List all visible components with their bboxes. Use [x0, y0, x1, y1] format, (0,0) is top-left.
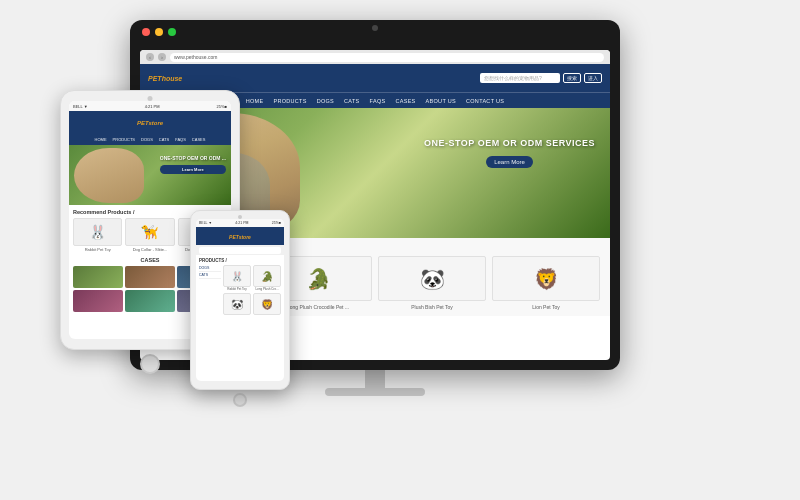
phone-status-right: 25%■ [272, 221, 281, 225]
phone-product-3[interactable]: 🦁 [253, 293, 281, 315]
logo-house: house [162, 75, 183, 82]
phone-logo: PETstore [229, 233, 251, 240]
tablet-status-right: 25%■ [217, 104, 227, 109]
nav-faqs[interactable]: FAQS [370, 98, 386, 104]
monitor-neck [365, 370, 385, 388]
phone-status-left: BELL ▼ [199, 221, 212, 225]
product-lion-name: Lion Pet Toy [492, 304, 600, 310]
monitor-camera [372, 25, 378, 31]
tablet-nav-home[interactable]: HOME [95, 137, 107, 142]
tablet-logo: PETstore [137, 118, 163, 127]
phone-product-1[interactable]: 🐊 Long Plush Cro... [253, 265, 281, 291]
phone-home-button[interactable] [233, 393, 247, 407]
dot-red[interactable] [142, 28, 150, 36]
phone-status-time: 4:21 PM [235, 221, 248, 225]
nav-home[interactable]: HOME [246, 98, 264, 104]
tablet-logo-store: store [148, 120, 163, 126]
phone-product-0-name: Rabbit Pet Toy [223, 287, 251, 291]
nav-dogs[interactable]: DOGS [317, 98, 334, 104]
phone-product-0-img: 🐰 [223, 265, 251, 287]
monitor-base [325, 388, 425, 396]
phone-product-3-img: 🦁 [253, 293, 281, 315]
tablet-nav-dogs[interactable]: DOGS [141, 137, 153, 142]
phone-products-title: PRODUCTS / [199, 258, 281, 263]
monitor-dots [142, 28, 176, 36]
phone-content: PRODUCTS / DOGS CATS 🐰 Rabbit Pet Toy [196, 255, 284, 318]
product-lion[interactable]: 🦁 Lion Pet Toy [492, 256, 600, 310]
tablet-hero-title: ONE-STOP OEM OR ODM ... [160, 155, 226, 161]
phone-product-1-img: 🐊 [253, 265, 281, 287]
phone-search-row [196, 245, 284, 255]
phone-status-bar: BELL ▼ 4:21 PM 25%■ [196, 219, 284, 227]
url-bar: ‹ › www.pethouse.com [140, 50, 610, 64]
search-button[interactable]: 搜索 [563, 73, 581, 83]
tablet-hero-dog [74, 148, 144, 203]
learn-more-btn[interactable]: Learn More [486, 156, 533, 168]
tablet-case-3[interactable] [73, 290, 123, 312]
product-panda[interactable]: 🐼 Plush Bish Pet Toy [378, 256, 486, 310]
nav-cases[interactable]: CASES [395, 98, 415, 104]
product-lion-img: 🦁 [492, 256, 600, 301]
tablet-home-button[interactable] [140, 354, 160, 374]
phone-product-1-name: Long Plush Cro... [253, 287, 281, 291]
phone-products-row-2: 🐼 🦁 [223, 293, 281, 315]
product-panda-img: 🐼 [378, 256, 486, 301]
phone-product-2-img: 🐼 [223, 293, 251, 315]
phone: BELL ▼ 4:21 PM 25%■ PETstore PRODUCTS / [190, 210, 290, 410]
phone-products-list: 🐰 Rabbit Pet Toy 🐊 Long Plush Cro... [223, 265, 281, 315]
tablet-learn-more[interactable]: Learn More [160, 165, 226, 174]
tablet-case-0[interactable] [73, 266, 123, 288]
tablet-status-left: BELL ▼ [73, 104, 88, 109]
tablet-nav-cats[interactable]: CATS [159, 137, 169, 142]
phone-header: PETstore [196, 227, 284, 245]
tablet-product-0-name: Rabbit Pet Toy [73, 247, 122, 252]
hero-text: ONE-STOP OEM OR ODM SERVICES Learn More [424, 138, 595, 168]
nav-products[interactable]: PRODUCTS [273, 98, 306, 104]
tablet-status-time: 4:21 PM [145, 104, 160, 109]
nav-about[interactable]: ABOUT US [426, 98, 456, 104]
back-btn[interactable]: ‹ [146, 53, 154, 61]
tablet-nav: HOME PRODUCTS DOGS CATS FAQS CASES [69, 133, 231, 145]
tablet-product-1-img: 🦮 [125, 218, 174, 246]
phone-camera [238, 215, 242, 219]
tablet-nav-products[interactable]: PRODUCTS [113, 137, 135, 142]
phone-logo-store: store [239, 234, 251, 240]
tablet-camera [148, 96, 153, 101]
tablet-case-1[interactable] [125, 266, 175, 288]
product-panda-name: Plush Bish Pet Toy [378, 304, 486, 310]
phone-products-row-1: 🐰 Rabbit Pet Toy 🐊 Long Plush Cro... [223, 265, 281, 291]
phone-sidebar: DOGS CATS [199, 265, 221, 315]
tablet-hero: ONE-STOP OEM OR ODM ... Learn More [69, 145, 231, 205]
forward-btn[interactable]: › [158, 53, 166, 61]
phone-search-input[interactable] [199, 247, 281, 254]
site-logo: PEThouse [148, 73, 182, 83]
phone-sidebar-dogs[interactable]: DOGS [199, 265, 221, 272]
phone-product-2[interactable]: 🐼 [223, 293, 251, 315]
phone-main-area: DOGS CATS 🐰 Rabbit Pet Toy 🐊 [199, 265, 281, 315]
nav-cats[interactable]: CATS [344, 98, 359, 104]
hero-title: ONE-STOP OEM OR ODM SERVICES [424, 138, 595, 148]
tablet-product-1[interactable]: 🦮 Dog Collar - Slitte... [125, 218, 174, 252]
search-input[interactable]: 您想找什么样的宠物用品? [480, 73, 560, 83]
scene: ‹ › www.pethouse.com PEThouse 您想找什么样的宠物用… [10, 10, 790, 490]
dot-green[interactable] [168, 28, 176, 36]
phone-logo-pet: PET [229, 234, 239, 240]
phone-product-0[interactable]: 🐰 Rabbit Pet Toy [223, 265, 251, 291]
tablet-product-0-img: 🐰 [73, 218, 122, 246]
nav-contact[interactable]: CONTACT US [466, 98, 504, 104]
tablet-nav-faqs[interactable]: FAQS [175, 137, 186, 142]
phone-screen: BELL ▼ 4:21 PM 25%■ PETstore PRODUCTS / [196, 219, 284, 381]
tablet-logo-pet: PET [137, 120, 148, 126]
enter-button[interactable]: 进入 [584, 73, 602, 83]
url-field[interactable]: www.pethouse.com [170, 53, 604, 62]
tablet-nav-cases[interactable]: CASES [192, 137, 206, 142]
phone-outer: BELL ▼ 4:21 PM 25%■ PETstore PRODUCTS / [190, 210, 290, 390]
logo-pet: PET [148, 75, 162, 82]
tablet-product-1-name: Dog Collar - Slitte... [125, 247, 174, 252]
phone-sidebar-cats[interactable]: CATS [199, 272, 221, 279]
tablet-header: PETstore [69, 111, 231, 133]
tablet-product-0[interactable]: 🐰 Rabbit Pet Toy [73, 218, 122, 252]
dot-yellow[interactable] [155, 28, 163, 36]
tablet-status-bar: BELL ▼ 4:21 PM 25%■ [69, 101, 231, 111]
tablet-case-4[interactable] [125, 290, 175, 312]
